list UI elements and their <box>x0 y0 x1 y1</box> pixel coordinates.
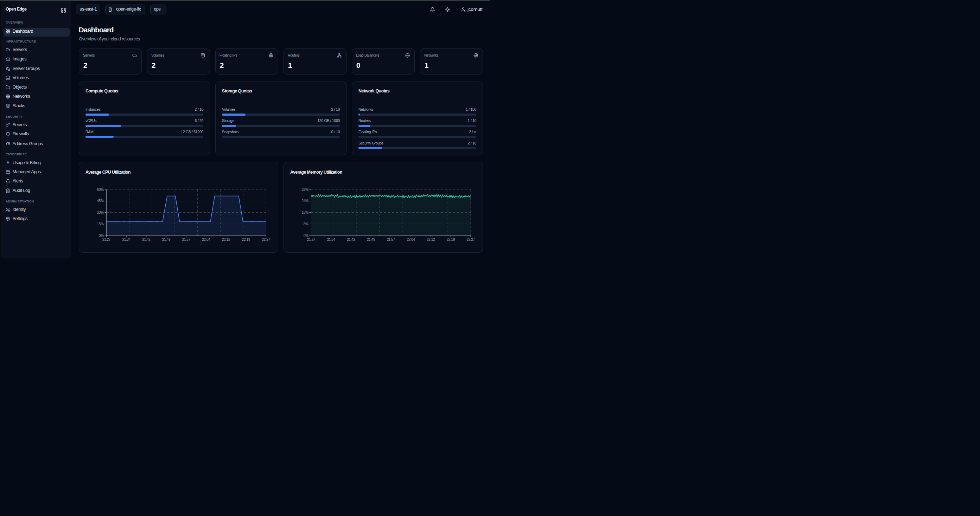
svg-text:16%: 16% <box>302 211 309 214</box>
svg-text:21:49: 21:49 <box>367 238 375 241</box>
svg-text:60%: 60% <box>97 188 104 192</box>
svg-text:22:12: 22:12 <box>222 238 231 241</box>
svg-text:32%: 32% <box>302 188 309 192</box>
svg-text:8%: 8% <box>304 222 309 226</box>
svg-text:21:42: 21:42 <box>347 238 355 241</box>
svg-text:24%: 24% <box>302 199 309 203</box>
svg-text:21:57: 21:57 <box>387 238 395 241</box>
svg-text:21:27: 21:27 <box>102 238 111 241</box>
svg-text:22:04: 22:04 <box>407 238 415 241</box>
svg-text:0%: 0% <box>99 234 104 238</box>
svg-text:0%: 0% <box>304 234 309 238</box>
svg-text:30%: 30% <box>97 211 104 214</box>
svg-text:21:34: 21:34 <box>327 238 336 241</box>
svg-text:21:49: 21:49 <box>162 238 170 241</box>
svg-text:22:19: 22:19 <box>447 238 455 241</box>
svg-text:45%: 45% <box>97 199 104 203</box>
svg-text:22:19: 22:19 <box>242 238 250 241</box>
svg-text:22:04: 22:04 <box>202 238 210 241</box>
svg-text:22:27: 22:27 <box>262 238 270 241</box>
svg-text:21:57: 21:57 <box>182 238 191 241</box>
svg-text:15%: 15% <box>97 222 104 226</box>
svg-text:21:27: 21:27 <box>307 238 315 241</box>
svg-text:22:12: 22:12 <box>427 238 435 241</box>
svg-text:21:42: 21:42 <box>142 238 151 241</box>
svg-text:22:27: 22:27 <box>466 238 475 241</box>
svg-text:21:34: 21:34 <box>123 238 131 241</box>
